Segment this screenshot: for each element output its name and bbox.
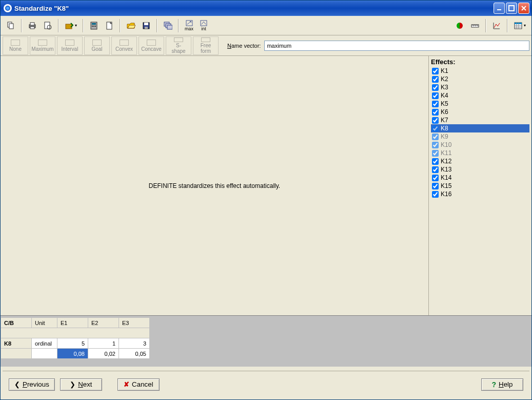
effect-checkbox[interactable] [432,142,439,148]
svg-rect-1 [509,6,514,11]
ruler-icon[interactable] [468,18,482,33]
effect-item-k13[interactable]: K13 [431,165,529,174]
cell-unit[interactable]: ordinal [32,338,57,349]
footer: ❮ Previous ❯ Next ✘ Cancel ? Help [3,371,529,397]
cell-e2[interactable]: 1 [88,338,119,349]
effect-checkbox[interactable] [432,158,439,165]
effect-checkbox[interactable] [432,101,439,107]
effects-header: Effects: [431,57,529,67]
shape-none-button[interactable]: None [3,36,28,55]
next-button[interactable]: ❯ Next [60,378,102,391]
effect-item-k3[interactable]: K3 [431,83,529,91]
cell-e2-b[interactable]: 0,02 [88,349,119,359]
prev-lbl: Previous [23,380,49,388]
app-icon [4,4,12,12]
cell-e1[interactable]: 5 [57,338,88,349]
shape-maximum-button[interactable]: Maximum [30,36,55,55]
effect-item-k2[interactable]: K2 [431,75,529,83]
svg-rect-21 [167,25,172,29]
effect-item-k4[interactable]: K4 [431,91,529,100]
separator [507,19,508,32]
effect-item-k11[interactable]: K11 [431,149,529,157]
help-button[interactable]: ? Help [481,378,523,391]
effect-label: K15 [441,182,451,189]
effect-checkbox[interactable] [432,134,439,140]
open-icon[interactable] [124,18,138,33]
maximize-button[interactable] [506,3,517,14]
chevron-right-icon: ❯ [70,380,75,388]
effect-item-k12[interactable]: K12 [431,157,529,165]
shape-interval-button[interactable]: Interval [57,36,83,55]
data-table-area: C/B Unit E1 E2 E3 K8 ordinal 5 1 3 0,08 … [1,315,531,367]
svg-rect-0 [497,9,501,10]
col-unit[interactable]: Unit [32,318,57,328]
effect-checkbox[interactable] [432,166,439,173]
svg-rect-23 [201,20,207,25]
cascade-windows-icon[interactable] [161,18,175,33]
effect-item-k14[interactable]: K14 [431,174,529,182]
svg-rect-6 [30,27,34,29]
effect-label: K13 [441,166,451,173]
effect-checkbox[interactable] [432,183,439,189]
effect-checkbox[interactable] [432,84,439,91]
effect-item-k8[interactable]: K8 [431,124,529,132]
cell-e3[interactable]: 3 [119,338,150,349]
max-tool-button[interactable]: max [182,18,196,33]
int-tool-button[interactable]: int [197,18,210,33]
shape-sshape-button[interactable]: S-shape [166,36,191,55]
col-e1[interactable]: E1 [57,318,88,328]
effect-checkbox[interactable] [432,109,439,116]
previous-button[interactable]: ❮ Previous [9,378,55,391]
name-vector-input[interactable] [264,41,529,51]
effect-checkbox[interactable] [432,92,439,99]
name-vector-label: Name vector: [227,43,261,49]
effect-item-k16[interactable]: K16 [431,190,529,198]
cell-e1-b[interactable]: 0,08 [57,349,88,359]
effect-checkbox[interactable] [432,117,439,124]
effect-label: K2 [441,75,448,83]
main-toolbar: max int [1,16,531,35]
effect-checkbox[interactable] [432,76,439,83]
effect-item-k6[interactable]: K6 [431,108,529,116]
effect-checkbox[interactable] [432,150,439,157]
close-button[interactable] [518,3,529,14]
print-icon[interactable] [25,18,40,33]
minimize-button[interactable] [494,3,505,14]
effect-item-k10[interactable]: K10 [431,141,529,149]
effect-item-k5[interactable]: K5 [431,100,529,108]
separator [485,19,486,32]
table-options-icon[interactable] [511,18,528,33]
shape-concave-button[interactable]: Concave [139,36,164,55]
effect-checkbox[interactable] [432,125,439,132]
effect-checkbox[interactable] [432,68,439,74]
new-doc-icon[interactable] [102,18,116,33]
col-cb[interactable]: C/B [1,318,32,328]
save-icon[interactable] [139,18,153,33]
x-icon: ✘ [124,380,129,388]
cancel-button[interactable]: ✘ Cancel [117,378,160,391]
effect-checkbox[interactable] [432,175,439,181]
row-label[interactable]: K8 [1,338,32,349]
export-icon[interactable] [62,18,80,33]
shape-convex-button[interactable]: Convex [111,36,137,55]
color-circle-icon[interactable] [452,18,467,33]
effect-item-k15[interactable]: K15 [431,182,529,190]
titlebar: Standardize "K8" [1,1,531,16]
copy-icon[interactable] [4,18,18,33]
print-preview-icon[interactable] [41,18,55,33]
col-e2[interactable]: E2 [88,318,119,328]
effect-item-k7[interactable]: K7 [431,116,529,124]
effect-item-k1[interactable]: K1 [431,67,529,75]
effect-label: K10 [441,141,451,148]
effect-item-k9[interactable]: K9 [431,132,529,141]
data-grid[interactable]: C/B Unit E1 E2 E3 K8 ordinal 5 1 3 0,08 … [1,317,150,359]
cell-e3-b[interactable]: 0,05 [119,349,150,359]
calculator-icon[interactable] [87,18,101,33]
effect-label: K3 [441,84,448,91]
col-e3[interactable]: E3 [119,318,150,328]
next-lbl: Next [78,380,92,388]
shape-freeform-button[interactable]: Free form [193,36,219,55]
effect-checkbox[interactable] [432,191,439,198]
chart-line-icon[interactable] [489,18,504,33]
shape-goal-button[interactable]: Goal [84,36,110,55]
